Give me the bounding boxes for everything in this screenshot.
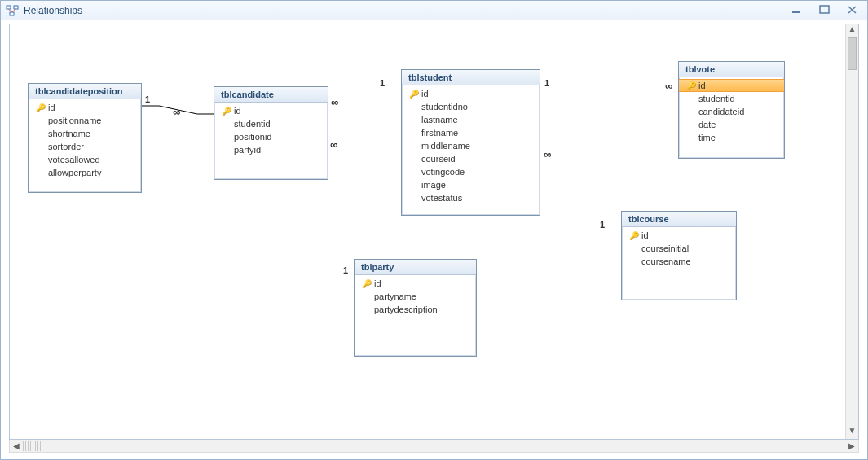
table-row[interactable]: 🔑partydescription — [355, 303, 476, 316]
scroll-down-icon[interactable]: ▼ — [846, 426, 858, 439]
table-row[interactable]: 🔑partyname — [355, 290, 476, 303]
close-button[interactable] — [843, 3, 862, 16]
maximize-button[interactable] — [815, 3, 835, 16]
table-tblvote[interactable]: tblvote 🔑id 🔑studentid 🔑candidateid 🔑dat… — [678, 61, 785, 159]
svg-rect-0 — [7, 6, 11, 9]
table-row[interactable]: 🔑id — [679, 79, 784, 92]
cardinality-many: ∞ — [330, 138, 337, 151]
cardinality-many: ∞ — [665, 80, 672, 92]
table-tblcandidate[interactable]: tblcandidate 🔑id 🔑studentid 🔑positionid … — [214, 86, 328, 180]
table-row[interactable]: 🔑positionname — [29, 114, 141, 127]
table-row[interactable]: 🔑votestatus — [402, 191, 540, 204]
svg-rect-2 — [10, 12, 14, 15]
svg-rect-1 — [14, 6, 18, 9]
table-row[interactable]: 🔑votingcode — [402, 165, 540, 178]
table-row[interactable]: 🔑lastname — [402, 113, 540, 126]
table-title: tblstudent — [402, 70, 540, 85]
key-icon: 🔑 — [407, 90, 421, 99]
table-title: tblcandidateposition — [29, 84, 141, 99]
cardinality-one: 1 — [145, 94, 150, 104]
table-title: tblparty — [355, 260, 476, 275]
table-row[interactable]: 🔑id — [355, 277, 476, 290]
table-title: tblcourse — [622, 212, 736, 227]
table-row[interactable]: 🔑studentid — [679, 92, 784, 105]
relationships-icon — [6, 4, 19, 17]
cardinality-many: ∞ — [544, 148, 551, 160]
cardinality-one: 1 — [343, 265, 348, 275]
cardinality-many: ∞ — [173, 106, 180, 118]
table-row[interactable]: 🔑sortorder — [29, 140, 141, 153]
cardinality-one: 1 — [600, 220, 605, 230]
window-title: Relationships — [24, 5, 82, 16]
table-row[interactable]: 🔑courseid — [402, 152, 540, 165]
cardinality-one: 1 — [380, 78, 385, 88]
svg-rect-3 — [792, 11, 800, 13]
table-row[interactable]: 🔑time — [679, 131, 784, 144]
window-controls — [787, 3, 862, 16]
horizontal-scrollbar[interactable]: ◀ ▶ — [9, 440, 859, 453]
table-row[interactable]: 🔑id — [29, 101, 141, 114]
table-row[interactable]: 🔑id — [214, 104, 328, 117]
scroll-up-icon[interactable]: ▲ — [846, 24, 858, 37]
table-row[interactable]: 🔑votesallowed — [29, 153, 141, 166]
svg-rect-4 — [820, 6, 829, 13]
scroll-left-icon[interactable]: ◀ — [10, 440, 23, 452]
table-row[interactable]: 🔑image — [402, 178, 540, 191]
cardinality-one: 1 — [544, 78, 549, 88]
key-icon: 🔑 — [219, 107, 234, 116]
table-row[interactable]: 🔑id — [402, 87, 540, 100]
table-tblparty[interactable]: tblparty 🔑id 🔑partyname 🔑partydescriptio… — [354, 259, 477, 357]
vertical-scrollbar[interactable]: ▲ ▼ — [845, 24, 858, 439]
minimize-button[interactable] — [787, 3, 807, 16]
table-row[interactable]: 🔑courseinitial — [622, 242, 736, 255]
table-row[interactable]: 🔑partyid — [214, 143, 328, 156]
key-icon: 🔑 — [359, 279, 374, 288]
scroll-thumb[interactable] — [848, 37, 857, 70]
table-row[interactable]: 🔑allowperparty — [29, 166, 141, 179]
table-tblcourse[interactable]: tblcourse 🔑id 🔑courseinitial 🔑coursename — [621, 211, 737, 300]
scroll-hatch — [23, 441, 41, 451]
table-row[interactable]: 🔑coursename — [622, 255, 736, 268]
scroll-right-icon[interactable]: ▶ — [845, 440, 858, 452]
cardinality-many: ∞ — [331, 96, 338, 108]
table-title: tblcandidate — [214, 87, 328, 103]
relationships-window: Relationships 1 ∞ 1 — [0, 0, 868, 460]
diagram-canvas[interactable]: 1 ∞ 1 ∞ 1 ∞ 1 ∞ 1 ∞ tblcandidateposition… — [9, 24, 859, 440]
key-icon: 🔑 — [627, 231, 641, 240]
table-title: tblvote — [679, 62, 784, 77]
table-row[interactable]: 🔑shortname — [29, 127, 141, 140]
table-row[interactable]: 🔑firstname — [402, 126, 540, 139]
table-row[interactable]: 🔑middlename — [402, 139, 540, 152]
table-tblstudent[interactable]: tblstudent 🔑id 🔑studentidno 🔑lastname 🔑f… — [401, 69, 540, 216]
table-row[interactable]: 🔑studentidno — [402, 100, 540, 113]
titlebar[interactable]: Relationships — [1, 1, 867, 20]
table-tblcandidateposition[interactable]: tblcandidateposition 🔑id 🔑positionname 🔑… — [28, 83, 142, 193]
table-row[interactable]: 🔑id — [622, 229, 736, 242]
key-icon: 🔑 — [684, 81, 698, 90]
table-row[interactable]: 🔑candidateid — [679, 105, 784, 118]
table-row[interactable]: 🔑date — [679, 118, 784, 131]
key-icon: 🔑 — [33, 103, 48, 112]
table-row[interactable]: 🔑studentid — [214, 117, 328, 130]
table-row[interactable]: 🔑positionid — [214, 130, 328, 143]
